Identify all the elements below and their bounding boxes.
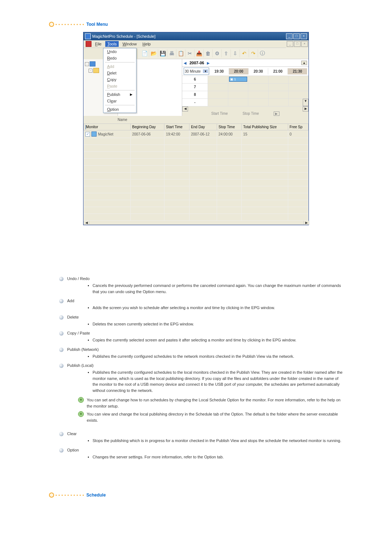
col-end: End Day — [189, 124, 217, 130]
section-header-tool-menu: • • • • • • • • • • Tool Menu — [49, 22, 343, 27]
tool-pub1-icon[interactable]: ⇪ — [222, 49, 231, 57]
cell-stop: 24:00:00 — [217, 130, 241, 138]
chevron-down-icon: ▾ — [203, 69, 208, 73]
col-monitor: Monitor — [86, 125, 98, 129]
table-row — [84, 214, 309, 221]
section-title: Schedule — [86, 493, 106, 498]
menu-tools[interactable]: Tools — [105, 41, 119, 47]
tool-save-icon[interactable]: 💾 — [158, 49, 167, 57]
tree-toggle-2[interactable]: - — [89, 69, 93, 73]
month-nav: ◀ 2007-06 ▶ ▲ — [182, 59, 309, 67]
time-cell: 19:30 — [209, 68, 229, 74]
tool-open-icon[interactable]: 📂 — [149, 49, 158, 57]
tool-paste-icon[interactable]: 📥 — [195, 49, 204, 57]
maximize-button[interactable]: □ — [293, 33, 300, 39]
mdi-minimize[interactable]: _ — [287, 41, 293, 47]
scroll-right-icon[interactable]: ▶ — [303, 106, 309, 112]
dd-clear[interactable]: Clear — [103, 98, 136, 104]
tools-dropdown: Undo Redo Add Delet Copy Paste Publish▶ … — [103, 48, 136, 113]
col-free: Free Sp — [288, 124, 308, 130]
title-bar: MagicNetPro Schedule - [Schedule] _ □ × — [83, 32, 309, 40]
tool-new-icon[interactable]: 📄 — [140, 49, 149, 57]
tool-delete-icon[interactable]: 🗑 — [204, 49, 213, 57]
row-checkbox[interactable]: ✓ — [85, 132, 90, 137]
schedule-block[interactable]: ▣ 1 — [229, 77, 248, 82]
table-row[interactable]: ✓MagicNet 2007-06-06 19:42:00 2007-06-12… — [84, 130, 309, 138]
minimize-button[interactable]: _ — [286, 33, 293, 39]
cell-monitor: MagicNet — [98, 132, 113, 136]
folder-icon — [93, 68, 99, 73]
scroll-up-icon[interactable]: ▲ — [301, 61, 307, 65]
dots-decoration: • • • • • • • • • • — [56, 23, 84, 27]
menu-file[interactable]: File — [93, 41, 104, 47]
next-month-icon[interactable]: ▶ — [207, 61, 210, 65]
schedule-table: Monitor Beginning Day Start Time End Day… — [83, 123, 309, 221]
doc-pubnet-title: Publish (Network) — [67, 347, 99, 352]
monitor-icon — [90, 61, 95, 66]
cell-end: 2007-06-12 — [189, 130, 217, 138]
table-h-scrollbar[interactable]: ◀ ▶ — [83, 221, 309, 225]
tool-pub2-icon[interactable]: ⇩ — [231, 49, 240, 57]
mdi-close[interactable]: × — [301, 41, 308, 47]
tool-cut-icon[interactable]: ✂ — [185, 49, 195, 57]
chevron-right-icon: ▶ — [130, 93, 132, 96]
tool-gear-icon[interactable]: ⚙ — [213, 49, 222, 57]
toolbar: 📄 📂 💾 🖶 📋 ✂ 📥 🗑 ⚙ ⇪ ⇩ ↶ ↷ ⓘ — [138, 48, 309, 59]
table-row — [84, 179, 309, 186]
tool-redo-icon[interactable]: ↷ — [249, 49, 258, 57]
doc-add-title: Add — [67, 298, 74, 303]
doc-publoc-title: Publish (Local) — [67, 363, 94, 368]
table-row — [84, 166, 309, 173]
doc-option-title: Option — [67, 447, 79, 453]
h-scrollbar[interactable]: ◀ ▶ — [182, 106, 309, 112]
table-row — [84, 138, 309, 145]
doc-delete-body: Deletes the screen currently selected in… — [93, 321, 343, 327]
section-header-schedule: • • • • • • • • • • Schedule — [49, 493, 343, 498]
tool-undo-icon[interactable]: ↶ — [240, 49, 249, 57]
scroll-right-mid-icon[interactable]: ▶ — [274, 112, 279, 116]
time-select-value: 30 Minute — [185, 69, 201, 73]
dd-redo[interactable]: Redo — [103, 55, 136, 61]
bullet-icon — [59, 348, 64, 352]
day-label: 8 — [182, 91, 208, 98]
dd-option[interactable]: Option — [103, 106, 136, 113]
dd-delete[interactable]: Delet — [103, 70, 136, 76]
dd-undo[interactable]: Undo — [103, 48, 136, 55]
close-button[interactable]: × — [301, 33, 307, 39]
doc-publoc-note2: You can view and change the local publis… — [87, 411, 343, 423]
name-label: Name — [116, 117, 129, 122]
table-row — [84, 200, 309, 207]
doc-undo-title: Undo / Redo — [67, 276, 90, 281]
scroll-left-icon[interactable]: ◀ — [84, 221, 89, 224]
doc-copy-body: Copies the currently selected screen and… — [93, 337, 343, 343]
doc-add-body: Adds the screen you wish to schedule aft… — [93, 305, 343, 311]
plus-icon: + — [78, 411, 84, 417]
start-time-label: Start Time — [211, 112, 228, 116]
scroll-down-icon[interactable]: ▼ — [303, 99, 309, 106]
dd-publish[interactable]: Publish▶ — [103, 91, 136, 98]
dd-copy[interactable]: Copy — [103, 76, 136, 83]
time-header-row: 30 Minute ▾ 19:30 20:00 20:30 21:00 21:3… — [182, 67, 309, 76]
bullet-icon — [49, 22, 54, 27]
menu-bar: File Tools Window Help — [83, 40, 286, 48]
mdi-restore[interactable]: □ — [294, 41, 301, 47]
tool-info-icon[interactable]: ⓘ — [258, 49, 267, 57]
tool-print-icon[interactable]: 🖶 — [167, 49, 176, 57]
time-interval-select[interactable]: 30 Minute ▾ — [184, 68, 209, 75]
time-cell: 21:00 — [268, 68, 287, 74]
prev-month-icon[interactable]: ◀ — [184, 61, 187, 65]
window-title: MagicNetPro Schedule - [Schedule] — [92, 34, 286, 39]
tool-copy-icon[interactable]: 📋 — [176, 49, 185, 57]
scroll-left-icon[interactable]: ◀ — [182, 106, 188, 112]
time-cell: 20:00 — [229, 68, 248, 74]
menu-help[interactable]: Help — [140, 41, 153, 47]
menu-window[interactable]: Window — [120, 41, 139, 47]
col-stop: Stop Time — [217, 124, 241, 130]
tree-toggle[interactable]: - — [85, 62, 89, 66]
scroll-right-icon[interactable]: ▶ — [303, 221, 309, 224]
table-row — [84, 186, 309, 193]
mdi-controls: _ □ × — [286, 40, 309, 48]
day-label: 7 — [182, 84, 208, 91]
stop-time-label: Stop Time — [242, 112, 259, 116]
doc-publoc-note1: You can set and change how to run schedu… — [87, 397, 343, 409]
